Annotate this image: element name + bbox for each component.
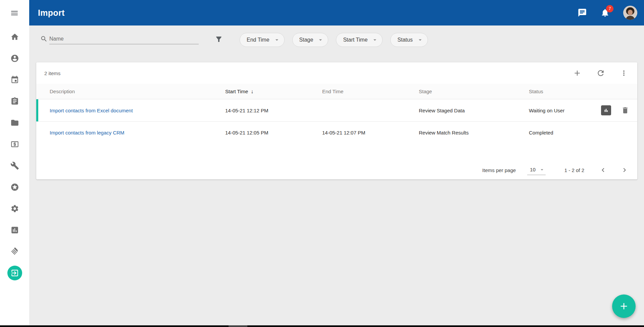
- search-input[interactable]: [49, 34, 199, 44]
- search-icon: [40, 35, 48, 43]
- kebab-menu-icon: [620, 69, 628, 77]
- chevron-down-icon: [417, 37, 424, 43]
- card-toolbar: 2 items: [36, 62, 637, 84]
- delete-button[interactable]: [621, 106, 629, 114]
- sidebar-item-documents[interactable]: [7, 115, 22, 130]
- home-icon: [10, 33, 19, 41]
- sidebar-item-tools[interactable]: [7, 158, 22, 173]
- refresh-icon: [596, 69, 605, 77]
- filter-chips: End Time Stage Start Time Status: [240, 33, 428, 47]
- wrench-icon: [10, 161, 19, 170]
- filter-chip-end-time[interactable]: End Time: [240, 33, 285, 47]
- sidebar: [0, 0, 29, 327]
- cell-start-time: 14-05-21 12:12 PM: [225, 108, 322, 113]
- view-results-button[interactable]: [601, 105, 611, 115]
- bar-chart-icon: [10, 226, 19, 234]
- import-icon: [10, 269, 19, 277]
- column-header-status[interactable]: Status: [529, 89, 591, 94]
- sidebar-item-reports[interactable]: [7, 223, 22, 237]
- filter-chip-status[interactable]: Status: [390, 33, 428, 47]
- funnel-icon: [215, 35, 223, 43]
- sort-descending-icon: ↓: [251, 89, 253, 95]
- filter-button[interactable]: [215, 35, 223, 43]
- sidebar-item-settings[interactable]: [7, 201, 22, 216]
- import-list-card: 2 items Description Start Time ↓ End Tim…: [36, 62, 637, 179]
- avatar-image: [623, 6, 637, 20]
- search-field: [40, 34, 200, 46]
- cell-stage: Review Staged Data: [419, 108, 529, 113]
- card-toolbar-actions: [573, 69, 628, 77]
- refresh-button[interactable]: [596, 69, 605, 77]
- folder-icon: [10, 118, 19, 127]
- sidebar-item-calendar[interactable]: [7, 72, 22, 87]
- chip-label: Stage: [299, 37, 313, 43]
- column-header-description[interactable]: Description: [50, 89, 225, 94]
- table-header-row: Description Start Time ↓ End Time Stage …: [36, 84, 637, 99]
- sidebar-item-tasks[interactable]: [7, 94, 22, 109]
- cell-end-time: 14-05-21 12:07 PM: [322, 130, 419, 135]
- new-import-fab[interactable]: [612, 294, 636, 318]
- chevron-down-icon: [371, 37, 378, 43]
- pagination-bar: Items per page 10 1 - 2 of 2: [36, 161, 637, 179]
- cell-stage: Review Match Results: [419, 130, 529, 135]
- notifications-button[interactable]: 7: [600, 8, 610, 17]
- filter-bar: End Time Stage Start Time Status: [29, 25, 644, 52]
- messages-button[interactable]: [578, 8, 587, 17]
- clipboard-icon: [10, 97, 19, 106]
- cell-start-time: 14-05-21 12:05 PM: [225, 130, 322, 135]
- import-job-link[interactable]: Import contacts from legacy CRM: [50, 130, 125, 135]
- chevron-down-icon: [317, 37, 324, 43]
- page-title: Import: [38, 8, 65, 18]
- gear-icon: [10, 204, 19, 213]
- chevron-down-icon: [539, 167, 545, 173]
- menu-icon: [10, 9, 19, 17]
- plus-icon: [618, 301, 629, 312]
- chevron-right-icon: [621, 166, 629, 174]
- sidebar-item-favorites[interactable]: [7, 180, 22, 195]
- topbar-actions: 7: [578, 6, 637, 20]
- items-per-page-label: Items per page: [482, 167, 516, 173]
- row-actions: [591, 105, 629, 115]
- sidebar-item-billing[interactable]: [7, 137, 22, 152]
- horizontal-scrollbar[interactable]: [0, 325, 644, 327]
- star-circle-icon: [10, 183, 19, 192]
- items-count: 2 items: [44, 70, 60, 76]
- previous-page-button[interactable]: [599, 166, 607, 174]
- plus-icon: [573, 69, 582, 77]
- trash-icon: [621, 106, 629, 114]
- more-options-button[interactable]: [620, 69, 628, 77]
- calendar-icon: [10, 75, 19, 84]
- table-row: Import contacts from Excel document 14-0…: [36, 99, 637, 121]
- column-header-stage[interactable]: Stage: [419, 89, 529, 94]
- chip-label: Start Time: [343, 37, 367, 43]
- items-per-page-select[interactable]: 10: [527, 165, 546, 175]
- sidebar-item-contacts[interactable]: [7, 51, 22, 66]
- chip-label: End Time: [247, 37, 269, 43]
- column-header-start-time[interactable]: Start Time ↓: [225, 89, 322, 95]
- scrollbar-thumb[interactable]: [229, 325, 247, 327]
- pagination-range: 1 - 2 of 2: [564, 167, 584, 173]
- next-page-button[interactable]: [621, 166, 629, 174]
- user-avatar[interactable]: [623, 6, 637, 20]
- sidebar-nav: [0, 30, 29, 287]
- chevron-left-icon: [599, 166, 607, 174]
- sidebar-item-partners[interactable]: [7, 244, 22, 259]
- chat-icon: [578, 8, 587, 17]
- add-button[interactable]: [573, 69, 582, 77]
- column-header-label: Start Time: [225, 89, 248, 94]
- items-per-page-value: 10: [530, 167, 536, 172]
- chip-label: Status: [397, 37, 412, 43]
- filter-chip-start-time[interactable]: Start Time: [336, 33, 383, 47]
- handshake-icon: [10, 247, 19, 256]
- table-row: Import contacts from legacy CRM 14-05-21…: [36, 121, 637, 144]
- sidebar-item-home[interactable]: [7, 30, 22, 44]
- chevron-down-icon: [274, 37, 280, 43]
- person-circle-icon: [10, 54, 19, 63]
- hamburger-menu-button[interactable]: [7, 8, 21, 18]
- sidebar-item-import[interactable]: [7, 266, 22, 280]
- notification-badge: 7: [606, 5, 613, 12]
- column-header-end-time[interactable]: End Time: [322, 89, 419, 94]
- import-job-link[interactable]: Import contacts from Excel document: [50, 108, 133, 113]
- filter-chip-stage[interactable]: Stage: [292, 33, 329, 47]
- cell-status: Waiting on User: [529, 108, 591, 113]
